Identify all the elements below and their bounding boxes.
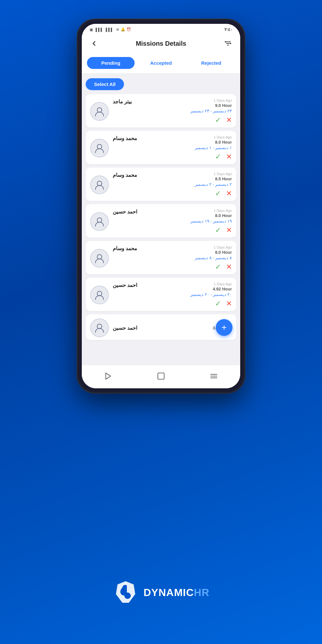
svg-rect-13 bbox=[158, 373, 164, 379]
hours-3: 8.5 Hour bbox=[215, 176, 232, 181]
reject-button-5[interactable]: ✕ bbox=[226, 263, 232, 271]
reject-button-6[interactable]: ✕ bbox=[226, 299, 232, 308]
date-range-3: ٢ ديسمبر - ٢ ديسمبر bbox=[113, 182, 232, 187]
card-name-7: احمد حسين bbox=[113, 325, 137, 331]
status-bar: ▣ ▌▌▌ ▌▌▌ ≋ 🔔 ⏰ ٢:٤٠ bbox=[82, 24, 240, 34]
accept-button-3[interactable]: ✓ bbox=[215, 189, 221, 198]
card-name-2: محمد وسام bbox=[113, 135, 137, 141]
card-actions-2: ✓ ✕ bbox=[113, 153, 232, 161]
card-name-6: احمد حسين bbox=[113, 282, 137, 288]
card-body-7: احمد حسين 3.33 Hour bbox=[113, 325, 232, 331]
days-ago-2: 1 Days Ago bbox=[214, 135, 232, 139]
card-body-1: بيتر ماجد 1 Days Ago 9.0 Hour ٢٣ ديسمبر … bbox=[113, 99, 232, 124]
svg-point-8 bbox=[97, 218, 102, 222]
card-name-4: احمد حسين bbox=[113, 209, 137, 215]
accept-button-1[interactable]: ✓ bbox=[215, 116, 221, 124]
card-name-3: محمد وسام bbox=[113, 172, 137, 178]
logo-icon bbox=[113, 580, 138, 605]
days-ago-4: 1 Days Ago bbox=[214, 209, 232, 213]
fab-button[interactable]: + bbox=[216, 319, 232, 336]
wifi-icon: ≋ bbox=[116, 27, 119, 32]
filter-button[interactable] bbox=[222, 38, 234, 49]
avatar-1 bbox=[90, 102, 109, 121]
status-time: ٢:٤٠ bbox=[224, 27, 232, 32]
avatar-7 bbox=[90, 318, 109, 337]
mission-card-5: محمد وسام 1 Days Ago 8.0 Hour ٨ ديسمبر -… bbox=[86, 241, 236, 274]
days-ago-3: 1 Days Ago bbox=[214, 172, 232, 176]
svg-point-4 bbox=[230, 43, 231, 44]
avatar-3 bbox=[90, 175, 109, 194]
svg-point-10 bbox=[97, 291, 102, 296]
card-body-6: احمد حسين 1 Days Ago 4.92 Hour ٢٠ ديسمبر… bbox=[113, 282, 232, 308]
back-button[interactable] bbox=[88, 38, 100, 49]
card-body-2: محمد وسام 1 Days Ago 8.0 Hour ١ ديسمبر -… bbox=[113, 135, 232, 161]
reject-button-2[interactable]: ✕ bbox=[226, 153, 232, 161]
card-actions-6: ✓ ✕ bbox=[113, 299, 232, 308]
avatar-4 bbox=[90, 212, 109, 231]
date-range-2: ١ ديسمبر - ١ ديسمبر bbox=[113, 145, 232, 150]
card-name-5: محمد وسام bbox=[113, 245, 137, 251]
signal-icon: ▌▌▌ bbox=[96, 28, 103, 32]
mission-card-2: محمد وسام 1 Days Ago 8.0 Hour ١ ديسمبر -… bbox=[86, 131, 236, 164]
card-actions-1: ✓ ✕ bbox=[113, 116, 232, 124]
nav-play[interactable] bbox=[101, 369, 115, 383]
clock-status-icon: ⏰ bbox=[127, 27, 131, 32]
signal2-icon: ▌▌▌ bbox=[106, 28, 113, 32]
svg-point-5 bbox=[97, 108, 102, 112]
tab-pending[interactable]: Pending bbox=[87, 57, 135, 69]
logo-highlight: HR bbox=[194, 587, 209, 598]
logo-text: DYNAMICHR bbox=[144, 587, 210, 599]
reject-button-1[interactable]: ✕ bbox=[226, 116, 232, 124]
date-range-5: ٨ ديسمبر - ٨ ديسمبر bbox=[113, 255, 232, 260]
accept-button-6[interactable]: ✓ bbox=[215, 299, 221, 308]
reject-button-4[interactable]: ✕ bbox=[226, 226, 232, 234]
date-range-6: ٢٠ ديسمبر - ٢٠ ديسمبر bbox=[113, 292, 232, 297]
days-ago-6: 1 Days Ago bbox=[214, 282, 232, 286]
days-ago-1: 1 Days Ago bbox=[214, 99, 232, 102]
hours-4: 8.0 Hour bbox=[215, 213, 232, 218]
select-all-row: Select All bbox=[86, 78, 236, 90]
svg-point-9 bbox=[97, 254, 102, 259]
card-body-3: محمد وسام 1 Days Ago 8.5 Hour ٢ ديسمبر -… bbox=[113, 172, 232, 198]
card-name-1: بيتر ماجد bbox=[113, 99, 132, 105]
mission-card-1: بيتر ماجد 1 Days Ago 9.0 Hour ٢٣ ديسمبر … bbox=[86, 94, 236, 128]
days-ago-5: 1 Days Ago bbox=[214, 245, 232, 249]
mission-card-4: احمد حسين 1 Days Ago 8.0 Hour ١٩ ديسمبر … bbox=[86, 204, 236, 238]
reject-button-3[interactable]: ✕ bbox=[226, 189, 232, 198]
select-all-button[interactable]: Select All bbox=[86, 78, 124, 90]
fab-icon: + bbox=[222, 323, 227, 332]
content-area: Select All بيتر ماجد 1 Da bbox=[82, 74, 240, 365]
hours-5: 8.0 Hour bbox=[215, 250, 232, 255]
tabs-bar: Pending Accepted Rejected bbox=[82, 54, 240, 74]
card-actions-3: ✓ ✕ bbox=[113, 189, 232, 198]
tab-accepted[interactable]: Accepted bbox=[137, 57, 185, 69]
page-title: Missions Details bbox=[136, 40, 186, 47]
logo-section: DYNAMICHR bbox=[113, 580, 210, 605]
date-range-1: ٢٣ ديسمبر - ٢٣ ديسمبر bbox=[113, 109, 232, 113]
card-body-4: احمد حسين 1 Days Ago 8.0 Hour ١٩ ديسمبر … bbox=[113, 209, 232, 234]
avatar-2 bbox=[90, 139, 109, 157]
svg-point-6 bbox=[97, 144, 102, 149]
svg-point-3 bbox=[225, 41, 226, 43]
svg-marker-12 bbox=[106, 373, 110, 379]
bell-icon: 🔔 bbox=[121, 27, 125, 32]
nav-menu[interactable] bbox=[207, 369, 221, 383]
accept-button-4[interactable]: ✓ bbox=[215, 226, 221, 234]
accept-button-2[interactable]: ✓ bbox=[215, 153, 221, 161]
tab-rejected[interactable]: Rejected bbox=[187, 57, 235, 69]
card-actions-5: ✓ ✕ bbox=[113, 263, 232, 271]
mission-card-3: محمد وسام 1 Days Ago 8.5 Hour ٢ ديسمبر -… bbox=[86, 167, 236, 201]
hours-2: 8.0 Hour bbox=[215, 140, 232, 145]
card-actions-4: ✓ ✕ bbox=[113, 226, 232, 234]
accept-button-5[interactable]: ✓ bbox=[215, 263, 221, 271]
card-body-5: محمد وسام 1 Days Ago 8.0 Hour ٨ ديسمبر -… bbox=[113, 245, 232, 271]
avatar-5 bbox=[90, 249, 109, 268]
nav-home[interactable] bbox=[154, 369, 168, 383]
battery-icon: ▣ bbox=[90, 27, 93, 32]
svg-point-7 bbox=[97, 181, 102, 185]
svg-point-11 bbox=[97, 324, 102, 328]
hours-1: 9.0 Hour bbox=[215, 103, 232, 108]
date-range-4: ١٩ ديسمبر - ١٩ ديسمبر bbox=[113, 219, 232, 223]
status-left: ▣ ▌▌▌ ▌▌▌ ≋ 🔔 ⏰ bbox=[90, 27, 131, 32]
hours-6: 4.92 Hour bbox=[213, 287, 232, 291]
